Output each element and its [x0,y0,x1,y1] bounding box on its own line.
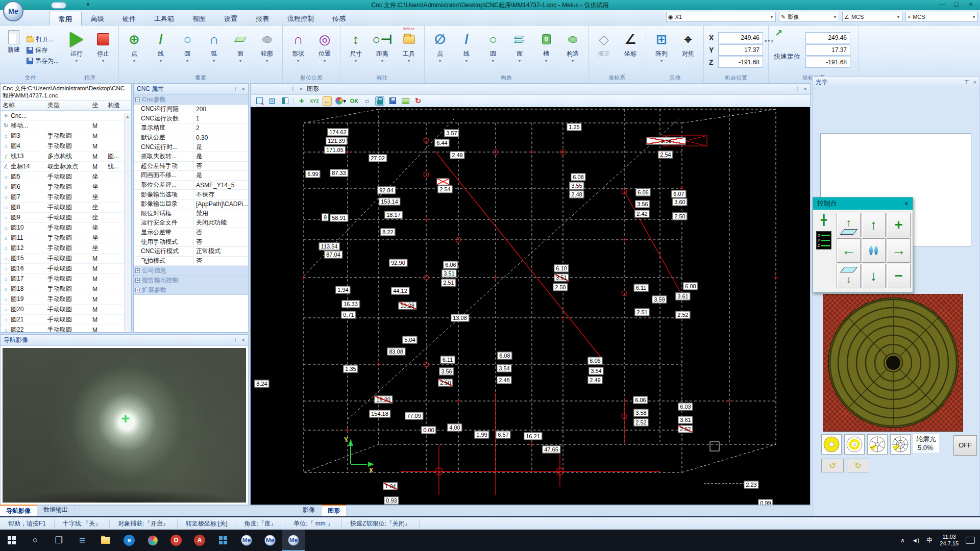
console-up-button[interactable]: ↑ [862,213,886,237]
tree-row-圆18[interactable]: ○圆18手动取圆M [1,284,131,294]
pin-icon[interactable]: ⊤ [964,79,969,86]
maximize-button[interactable]: □ [949,0,964,10]
ring-light-mid-button[interactable] [844,434,865,455]
console-pause-button[interactable] [862,238,886,263]
new-button[interactable]: 新建 [2,27,26,73]
task-view-icon[interactable]: ❐ [47,530,70,551]
prop-row[interactable]: 影像输出目录[AppPath]\CADPi... [134,199,248,209]
rotate-ccw-button[interactable]: ↺ [821,459,844,472]
ribbon-button-圆[interactable]: ○圆▼ [174,27,201,73]
start-button[interactable] [0,530,23,551]
tab-硬件[interactable]: 硬件 [113,12,145,26]
tree-row-圆9[interactable]: ○圆9手动取圆坐 [1,213,131,223]
prop-row[interactable]: 飞拍模式否 [134,257,248,266]
zoom-extents-icon[interactable]: ⊡ [267,96,277,106]
ribbon-button-槽[interactable]: 0槽▼ [533,27,559,73]
tab-高级[interactable]: 高级 [82,12,113,26]
close-icon[interactable]: × [300,86,303,92]
pin-icon[interactable]: ⊤ [233,86,238,92]
ribbon-button-点[interactable]: ∅点▼ [427,27,453,73]
ribbon-button-圆[interactable]: ○圆▼ [480,27,506,73]
xyz-icon[interactable]: XYZ [310,96,319,106]
ribbon-button-对焦[interactable]: ⌖对焦 [675,27,701,73]
close-button[interactable]: × [964,0,978,10]
app-menu-button[interactable]: Me [3,1,23,21]
prop-row[interactable]: 抓取失败转...是 [134,152,248,162]
pin-icon[interactable]: ⊤ [795,86,800,92]
pick-arrow-icon[interactable]: ← [323,96,332,106]
close-icon[interactable]: × [973,79,976,86]
mcs-combo-1[interactable]: ∠MCS▼ [842,12,902,22]
close-icon[interactable]: × [242,86,245,92]
tree-row-Cnc...[interactable]: ∗Cnc... [1,111,131,121]
prop-row[interactable]: 限位对话框禁用 [134,209,248,219]
prop-group-报告输出控制[interactable]: +报告输出控制 [134,276,248,285]
prop-row[interactable]: 同画面不移...是 [134,171,248,181]
file-explorer-icon[interactable] [94,530,117,551]
ribbon-button-阵列[interactable]: ⊞阵列▼ [648,27,675,73]
save-button[interactable]: 保存 [27,46,59,55]
flip-icon[interactable] [280,96,289,106]
bottom-tab-导航影像[interactable]: 导航影像 [0,505,37,516]
pin-icon[interactable]: ⊤ [290,86,296,92]
ribbon-button-工具[interactable]: BIAS.ini工具▼ [396,27,422,73]
probe-combo[interactable]: ◉X1▼ [666,12,776,22]
prop-row[interactable]: 影像输出选项不保存 [134,190,248,199]
ribbon-button-线[interactable]: /线▼ [148,27,174,73]
prop-row[interactable]: 显示精度2 [134,123,248,133]
save-icon[interactable] [388,96,397,106]
pin-icon[interactable]: ⊤ [233,337,238,343]
prop-group-扩展参数[interactable]: +扩展参数 [134,285,248,295]
console-left-button[interactable]: ← [837,238,861,263]
rotate-cw-button[interactable]: ↻ [847,459,869,472]
segment-light-8-button[interactable] [890,434,911,455]
quick-access-button[interactable] [51,2,66,9]
tree-row-圆8[interactable]: ○圆8手动取圆坐 [1,203,131,213]
tree-row-圆17[interactable]: ○圆17手动取圆M [1,274,131,284]
add-cross-icon[interactable]: + [297,96,306,106]
saveas-button[interactable]: 另存为... [27,57,59,65]
prop-group-公司信息[interactable]: +公司信息 [134,266,248,276]
console-plus-button[interactable]: + [887,213,911,237]
prop-row[interactable]: CNC运行次数1 [134,114,248,124]
console-minus-button[interactable]: − [887,264,911,288]
prop-group-cnc-params[interactable]: −Cnc参数 [134,95,248,105]
notification-center-icon[interactable] [966,537,975,544]
pan-icon[interactable]: ↘ [255,96,264,106]
ribbon-button-形状[interactable]: ∩形状▼ [285,27,311,73]
tab-设置[interactable]: 设置 [215,12,247,26]
segment-light-6-button[interactable] [867,434,888,455]
view-tab-图形[interactable]: 图形 [322,505,347,516]
tree-row-移动...[interactable]: ↻移动...M [1,121,131,131]
tab-常用[interactable]: 常用 [49,12,82,26]
search-icon[interactable]: ○ [23,530,47,551]
metus-app-active[interactable]: Me [282,530,305,551]
ribbon-button-停止[interactable]: 停止▼ [90,27,116,73]
prop-row[interactable]: CNC运行模式正常模式 [134,247,248,257]
ribbon-button-构造[interactable]: ×构造▼ [559,27,586,73]
ime-icon[interactable]: 中 [926,536,933,545]
tab-工具箱[interactable]: 工具箱 [145,12,183,26]
quick-access-caret-icon[interactable]: ▼ [86,2,90,7]
volume-icon[interactable]: ◄) [912,537,920,543]
ribbon-button-尺寸[interactable]: ↕尺寸▼ [342,27,369,73]
clock[interactable]: 11:0324.7.15 [940,534,959,547]
lock-icon[interactable] [375,96,384,106]
tree-row-圆7[interactable]: ○圆7手动取圆坐 [1,192,131,203]
app-a-icon[interactable]: A [188,530,211,551]
bottom-tab-数据输出[interactable]: 数据输出 [37,505,75,516]
app-d-icon[interactable]: D [164,530,188,551]
dro-display-icon[interactable]: X Y Z [816,231,831,249]
console-plane-down-button[interactable]: ↓ [837,264,861,288]
tab-视图[interactable]: 视图 [183,12,215,26]
cad-canvas[interactable]: Y X 174.62121.39171.053.576.442.491.253.… [251,107,811,505]
metus-app-icon-1[interactable]: Me [235,530,258,551]
ribbon-button-弧[interactable]: ∩弧▼ [201,27,227,73]
image-export-icon[interactable] [401,96,410,106]
prop-row[interactable]: 默认公差0.30 [134,133,248,143]
tree-row-圆11[interactable]: ○圆11手动取圆坐 [1,233,131,243]
tab-传感[interactable]: 传感 [323,12,355,26]
prop-row[interactable]: CNC运行间隔200 [134,105,248,114]
prop-row[interactable]: 形位公差评...ASME_Y14_5 [134,181,248,190]
close-icon[interactable]: × [804,86,807,92]
